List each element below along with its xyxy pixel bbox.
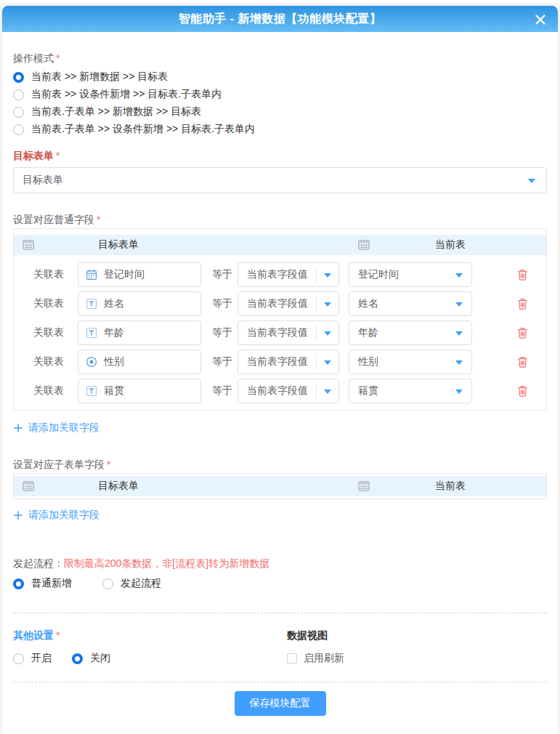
radio-icon[interactable] bbox=[13, 124, 24, 135]
caret-down-icon bbox=[528, 179, 535, 183]
caret-down-icon bbox=[324, 302, 331, 307]
operation-mode-option-3[interactable]: 当前表.子表单 >> 新增数据 >> 目标表 bbox=[13, 103, 547, 121]
save-module-config-button[interactable]: 保存模块配置 bbox=[235, 691, 326, 716]
target-form-label: 目标表单* bbox=[13, 148, 547, 163]
plus-icon bbox=[13, 510, 23, 520]
process-warning: 限制最高200条数据，非[流程表]转为新增数据 bbox=[64, 557, 269, 569]
close-icon[interactable] bbox=[533, 12, 548, 27]
operator-label: 等于 bbox=[212, 326, 236, 339]
radio-icon[interactable] bbox=[13, 107, 24, 118]
target-field-box[interactable]: 登记时间 bbox=[78, 262, 201, 287]
current-field-select[interactable]: 年龄 bbox=[349, 320, 472, 345]
process-options: 普通新增 发起流程 bbox=[13, 575, 547, 592]
enable-refresh-option[interactable]: 启用刷新 bbox=[287, 650, 547, 667]
current-field-select[interactable]: 姓名 bbox=[349, 291, 472, 316]
radio-field-icon bbox=[86, 356, 97, 368]
caret-down-icon bbox=[324, 390, 331, 394]
trash-icon[interactable] bbox=[517, 298, 529, 310]
radio-selected-icon[interactable] bbox=[72, 653, 83, 664]
normal-fields-table: 目标表单 当前表 关联表 登记时间 等于 当前表字段值 bbox=[13, 228, 547, 411]
header-current-table: 当前表 bbox=[435, 238, 466, 251]
target-field-box[interactable]: 籍贯 bbox=[78, 379, 201, 403]
radio-selected-icon[interactable] bbox=[13, 72, 24, 83]
caret-down-icon bbox=[455, 331, 463, 336]
required-asterisk: * bbox=[107, 459, 110, 470]
radio-icon[interactable] bbox=[102, 578, 113, 589]
trash-icon[interactable] bbox=[517, 269, 529, 281]
process-option-normal[interactable]: 普通新增 bbox=[13, 575, 72, 592]
add-relation-field-link[interactable]: 请添加关联字段 bbox=[13, 421, 547, 435]
radio-icon[interactable] bbox=[13, 653, 24, 664]
relation-table-label: 关联表 bbox=[33, 384, 68, 398]
operation-mode-option-4[interactable]: 当前表.子表单 >> 设条件新增 >> 目标表.子表单内 bbox=[13, 121, 547, 138]
caret-down-icon bbox=[324, 273, 331, 278]
operation-mode-option-1[interactable]: 当前表 >> 新增数据 >> 目标表 bbox=[13, 68, 547, 86]
header-target-form: 目标表单 bbox=[98, 238, 139, 251]
text-field-icon bbox=[86, 298, 97, 310]
relation-table-label: 关联表 bbox=[33, 355, 68, 368]
dialog-title: 智能助手 - 新增数据【功能模块配置】 bbox=[179, 12, 382, 27]
normal-fields-label: 设置对应普通字段* bbox=[13, 212, 547, 227]
other-settings-option-off[interactable]: 关闭 bbox=[72, 650, 110, 667]
table-header: 目标表单 当前表 bbox=[14, 476, 546, 496]
header-current-table: 当前表 bbox=[435, 480, 466, 493]
caret-down-icon bbox=[324, 360, 331, 365]
relation-table-label: 关联表 bbox=[33, 326, 68, 339]
smart-assistant-dialog: 智能助手 - 新增数据【功能模块配置】 操作模式* 当前表 >> 新增数据 >>… bbox=[2, 6, 558, 734]
operator-label: 等于 bbox=[212, 384, 236, 398]
operation-mode-group: 当前表 >> 新增数据 >> 目标表 当前表 >> 设条件新增 >> 目标表.子… bbox=[13, 68, 547, 138]
target-form-select[interactable]: 目标表单 bbox=[13, 167, 547, 193]
plus-icon bbox=[13, 423, 23, 433]
required-asterisk: * bbox=[56, 629, 60, 641]
trash-icon[interactable] bbox=[517, 356, 529, 368]
caret-down-icon bbox=[455, 273, 463, 278]
trash-icon[interactable] bbox=[517, 385, 529, 398]
trash-icon[interactable] bbox=[517, 327, 529, 339]
source-type-select[interactable]: 当前表字段值 bbox=[238, 379, 339, 403]
form-grid-icon bbox=[358, 481, 370, 491]
table-row: 关联表 姓名 等于 当前表字段值 姓名 bbox=[14, 291, 546, 316]
operation-mode-option-2[interactable]: 当前表 >> 设条件新增 >> 目标表.子表单内 bbox=[13, 86, 547, 103]
table-row: 关联表 性别 等于 当前表字段值 性别 bbox=[14, 350, 546, 374]
required-asterisk: * bbox=[56, 52, 60, 64]
header-target-form: 目标表单 bbox=[98, 480, 139, 493]
source-type-select[interactable]: 当前表字段值 bbox=[238, 320, 339, 345]
table-header: 目标表单 当前表 bbox=[14, 235, 546, 255]
required-asterisk: * bbox=[97, 214, 100, 225]
source-type-select[interactable]: 当前表字段值 bbox=[238, 262, 339, 287]
operator-label: 等于 bbox=[212, 297, 236, 310]
relation-table-label: 关联表 bbox=[33, 297, 68, 310]
divider bbox=[13, 682, 547, 682]
radio-icon[interactable] bbox=[13, 89, 24, 100]
caret-down-icon bbox=[324, 331, 331, 336]
data-view-label: 数据视图 bbox=[287, 628, 547, 642]
table-row: 关联表 年龄 等于 当前表字段值 年龄 bbox=[14, 320, 546, 345]
caret-down-icon bbox=[455, 302, 463, 307]
form-grid-icon bbox=[358, 240, 370, 250]
current-field-select[interactable]: 性别 bbox=[349, 350, 472, 374]
source-type-select[interactable]: 当前表字段值 bbox=[238, 291, 339, 316]
subform-fields-label: 设置对应子表单字段* bbox=[13, 457, 547, 472]
current-field-select[interactable]: 籍贯 bbox=[349, 379, 472, 403]
other-settings-option-on[interactable]: 开启 bbox=[13, 650, 52, 667]
operator-label: 等于 bbox=[212, 268, 236, 281]
target-field-box[interactable]: 年龄 bbox=[78, 320, 201, 345]
text-field-icon bbox=[86, 327, 97, 339]
radio-selected-icon[interactable] bbox=[13, 578, 24, 589]
subform-fields-table: 目标表单 当前表 bbox=[13, 473, 547, 499]
target-field-box[interactable]: 性别 bbox=[78, 350, 201, 374]
target-field-box[interactable]: 姓名 bbox=[78, 291, 201, 316]
process-label: 发起流程：限制最高200条数据，非[流程表]转为新增数据 bbox=[13, 556, 547, 570]
caret-down-icon bbox=[455, 360, 463, 365]
source-type-select[interactable]: 当前表字段值 bbox=[238, 350, 339, 374]
table-row: 关联表 籍贯 等于 当前表字段值 籍贯 bbox=[14, 379, 546, 403]
form-grid-icon bbox=[23, 240, 34, 250]
current-field-select[interactable]: 登记时间 bbox=[349, 262, 472, 287]
relation-table-label: 关联表 bbox=[33, 268, 68, 281]
other-settings-label: 其他设置* bbox=[13, 628, 287, 642]
checkbox-icon[interactable] bbox=[287, 653, 297, 664]
target-form-value: 目标表单 bbox=[23, 174, 63, 187]
add-subform-field-link[interactable]: 请添加关联字段 bbox=[13, 508, 547, 523]
process-option-flow[interactable]: 发起流程 bbox=[102, 575, 161, 592]
operator-label: 等于 bbox=[212, 355, 236, 368]
